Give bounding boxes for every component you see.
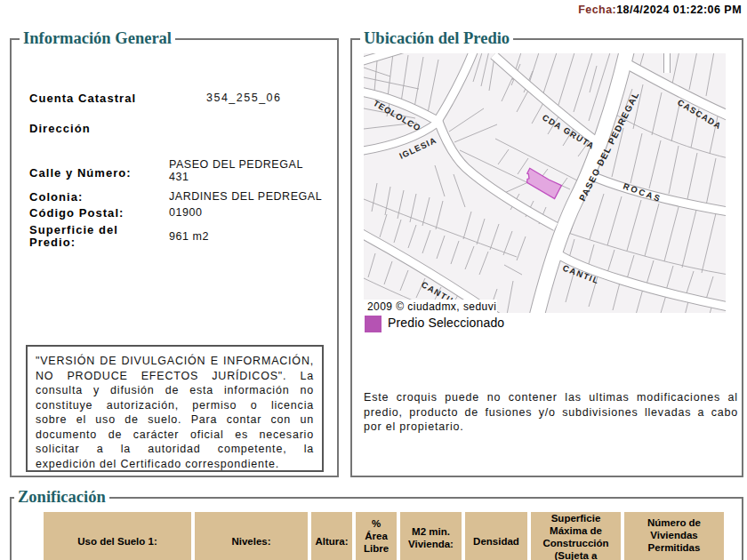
svg-text:2009 © ciudadmx, seduvi: 2009 © ciudadmx, seduvi [367, 300, 496, 313]
